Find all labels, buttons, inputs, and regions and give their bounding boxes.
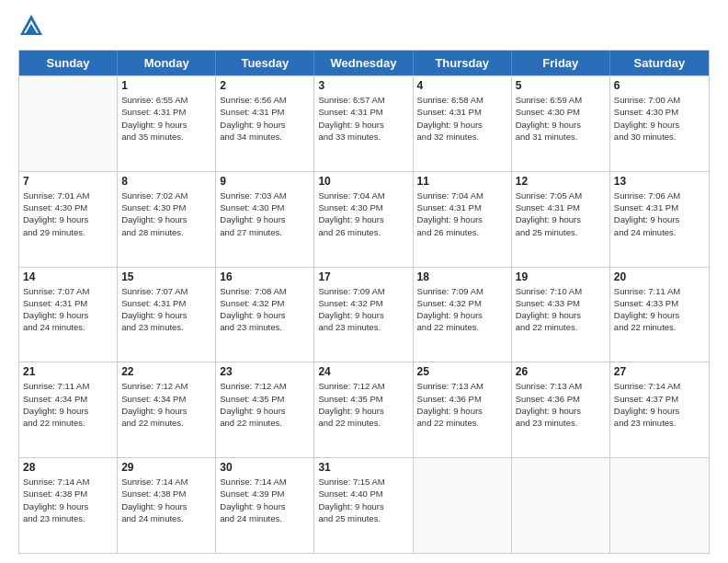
day-number: 3: [318, 79, 408, 92]
day-number: 22: [121, 365, 211, 378]
day-cell-23: 23Sunrise: 7:12 AM Sunset: 4:35 PM Dayli…: [216, 362, 314, 457]
header-cell-thursday: Thursday: [414, 51, 512, 75]
day-info: Sunrise: 6:58 AM Sunset: 4:31 PM Dayligh…: [417, 94, 507, 143]
day-info: Sunrise: 7:08 AM Sunset: 4:32 PM Dayligh…: [220, 285, 310, 334]
day-info: Sunrise: 7:09 AM Sunset: 4:32 PM Dayligh…: [417, 285, 507, 334]
day-info: Sunrise: 6:59 AM Sunset: 4:30 PM Dayligh…: [516, 94, 606, 143]
day-number: 26: [516, 365, 606, 378]
day-cell-26: 26Sunrise: 7:13 AM Sunset: 4:36 PM Dayli…: [512, 362, 610, 457]
day-cell-10: 10Sunrise: 7:04 AM Sunset: 4:30 PM Dayli…: [314, 172, 413, 267]
header-cell-wednesday: Wednesday: [314, 51, 413, 75]
header-cell-friday: Friday: [512, 51, 610, 75]
day-cell-22: 22Sunrise: 7:12 AM Sunset: 4:34 PM Dayli…: [118, 362, 216, 457]
day-number: 6: [614, 79, 705, 92]
day-info: Sunrise: 7:14 AM Sunset: 4:38 PM Dayligh…: [23, 476, 113, 524]
calendar-body: 1Sunrise: 6:55 AM Sunset: 4:31 PM Daylig…: [19, 75, 709, 553]
day-cell-11: 11Sunrise: 7:04 AM Sunset: 4:31 PM Dayli…: [414, 172, 512, 267]
day-cell-13: 13Sunrise: 7:06 AM Sunset: 4:31 PM Dayli…: [610, 172, 709, 267]
day-number: 2: [220, 79, 310, 92]
day-info: Sunrise: 7:14 AM Sunset: 4:37 PM Dayligh…: [614, 380, 705, 429]
day-cell-27: 27Sunrise: 7:14 AM Sunset: 4:37 PM Dayli…: [610, 362, 709, 457]
day-cell-7: 7Sunrise: 7:01 AM Sunset: 4:30 PM Daylig…: [19, 172, 118, 267]
day-number: 23: [220, 365, 310, 378]
day-number: 17: [318, 270, 408, 283]
day-number: 9: [220, 175, 310, 188]
day-number: 29: [121, 461, 211, 474]
day-info: Sunrise: 7:01 AM Sunset: 4:30 PM Dayligh…: [23, 190, 113, 238]
day-info: Sunrise: 7:04 AM Sunset: 4:30 PM Dayligh…: [318, 190, 408, 238]
day-info: Sunrise: 7:14 AM Sunset: 4:38 PM Dayligh…: [121, 476, 211, 524]
day-info: Sunrise: 7:13 AM Sunset: 4:36 PM Dayligh…: [417, 380, 507, 429]
week-row-2: 7Sunrise: 7:01 AM Sunset: 4:30 PM Daylig…: [19, 171, 709, 267]
day-info: Sunrise: 6:57 AM Sunset: 4:31 PM Dayligh…: [318, 94, 408, 143]
day-cell-6: 6Sunrise: 7:00 AM Sunset: 4:30 PM Daylig…: [610, 76, 709, 171]
day-info: Sunrise: 6:55 AM Sunset: 4:31 PM Dayligh…: [121, 94, 211, 143]
day-number: 25: [417, 365, 507, 378]
day-number: 24: [318, 365, 408, 378]
calendar-page: SundayMondayTuesdayWednesdayThursdayFrid…: [0, 0, 728, 563]
day-cell-2: 2Sunrise: 6:56 AM Sunset: 4:31 PM Daylig…: [216, 76, 314, 171]
day-cell-25: 25Sunrise: 7:13 AM Sunset: 4:36 PM Dayli…: [414, 362, 512, 457]
day-number: 28: [23, 461, 113, 474]
day-info: Sunrise: 7:03 AM Sunset: 4:30 PM Dayligh…: [220, 190, 310, 238]
week-row-3: 14Sunrise: 7:07 AM Sunset: 4:31 PM Dayli…: [19, 267, 709, 362]
day-number: 10: [318, 175, 408, 188]
day-info: Sunrise: 7:12 AM Sunset: 4:35 PM Dayligh…: [318, 380, 408, 429]
day-cell-15: 15Sunrise: 7:07 AM Sunset: 4:31 PM Dayli…: [118, 268, 216, 362]
day-cell-18: 18Sunrise: 7:09 AM Sunset: 4:32 PM Dayli…: [414, 268, 512, 362]
header-cell-saturday: Saturday: [610, 51, 709, 75]
header-cell-tuesday: Tuesday: [216, 51, 314, 75]
day-number: 19: [516, 270, 606, 283]
day-info: Sunrise: 7:02 AM Sunset: 4:30 PM Dayligh…: [121, 190, 211, 238]
day-cell-19: 19Sunrise: 7:10 AM Sunset: 4:33 PM Dayli…: [512, 268, 610, 362]
header-cell-sunday: Sunday: [19, 51, 118, 75]
calendar: SundayMondayTuesdayWednesdayThursdayFrid…: [18, 50, 710, 554]
day-number: 4: [417, 79, 507, 92]
day-number: 8: [121, 175, 211, 188]
day-number: 11: [417, 175, 507, 188]
day-number: 14: [23, 270, 113, 283]
day-cell-3: 3Sunrise: 6:57 AM Sunset: 4:31 PM Daylig…: [314, 76, 413, 171]
day-cell-12: 12Sunrise: 7:05 AM Sunset: 4:31 PM Dayli…: [512, 172, 610, 267]
day-info: Sunrise: 7:06 AM Sunset: 4:31 PM Dayligh…: [614, 190, 705, 238]
day-cell-21: 21Sunrise: 7:11 AM Sunset: 4:34 PM Dayli…: [19, 362, 118, 457]
empty-cell: [414, 458, 512, 553]
day-info: Sunrise: 7:05 AM Sunset: 4:31 PM Dayligh…: [516, 190, 606, 238]
header-cell-monday: Monday: [118, 51, 216, 75]
day-number: 27: [614, 365, 705, 378]
day-info: Sunrise: 7:15 AM Sunset: 4:40 PM Dayligh…: [318, 476, 408, 524]
day-number: 5: [516, 79, 606, 92]
day-cell-24: 24Sunrise: 7:12 AM Sunset: 4:35 PM Dayli…: [314, 362, 413, 457]
day-cell-31: 31Sunrise: 7:15 AM Sunset: 4:40 PM Dayli…: [314, 458, 413, 553]
empty-cell: [512, 458, 610, 553]
logo: [18, 15, 46, 40]
day-number: 31: [318, 461, 408, 474]
empty-cell: [610, 458, 709, 553]
day-info: Sunrise: 7:00 AM Sunset: 4:30 PM Dayligh…: [614, 94, 705, 143]
day-number: 13: [614, 175, 705, 188]
header: [18, 15, 710, 40]
day-number: 7: [23, 175, 113, 188]
day-cell-17: 17Sunrise: 7:09 AM Sunset: 4:32 PM Dayli…: [314, 268, 413, 362]
day-info: Sunrise: 7:09 AM Sunset: 4:32 PM Dayligh…: [318, 285, 408, 334]
week-row-5: 28Sunrise: 7:14 AM Sunset: 4:38 PM Dayli…: [19, 457, 709, 553]
day-number: 30: [220, 461, 310, 474]
day-cell-16: 16Sunrise: 7:08 AM Sunset: 4:32 PM Dayli…: [216, 268, 314, 362]
day-cell-1: 1Sunrise: 6:55 AM Sunset: 4:31 PM Daylig…: [118, 76, 216, 171]
day-info: Sunrise: 7:12 AM Sunset: 4:35 PM Dayligh…: [220, 380, 310, 429]
day-number: 12: [516, 175, 606, 188]
day-info: Sunrise: 6:56 AM Sunset: 4:31 PM Dayligh…: [220, 94, 310, 143]
day-info: Sunrise: 7:13 AM Sunset: 4:36 PM Dayligh…: [516, 380, 606, 429]
day-cell-29: 29Sunrise: 7:14 AM Sunset: 4:38 PM Dayli…: [118, 458, 216, 553]
day-number: 15: [121, 270, 211, 283]
day-number: 16: [220, 270, 310, 283]
day-cell-9: 9Sunrise: 7:03 AM Sunset: 4:30 PM Daylig…: [216, 172, 314, 267]
day-info: Sunrise: 7:04 AM Sunset: 4:31 PM Dayligh…: [417, 190, 507, 238]
week-row-1: 1Sunrise: 6:55 AM Sunset: 4:31 PM Daylig…: [19, 75, 709, 171]
day-info: Sunrise: 7:14 AM Sunset: 4:39 PM Dayligh…: [220, 476, 310, 524]
week-row-4: 21Sunrise: 7:11 AM Sunset: 4:34 PM Dayli…: [19, 362, 709, 457]
empty-cell: [19, 76, 118, 171]
day-info: Sunrise: 7:10 AM Sunset: 4:33 PM Dayligh…: [516, 285, 606, 334]
day-cell-30: 30Sunrise: 7:14 AM Sunset: 4:39 PM Dayli…: [216, 458, 314, 553]
calendar-header: SundayMondayTuesdayWednesdayThursdayFrid…: [19, 51, 709, 75]
